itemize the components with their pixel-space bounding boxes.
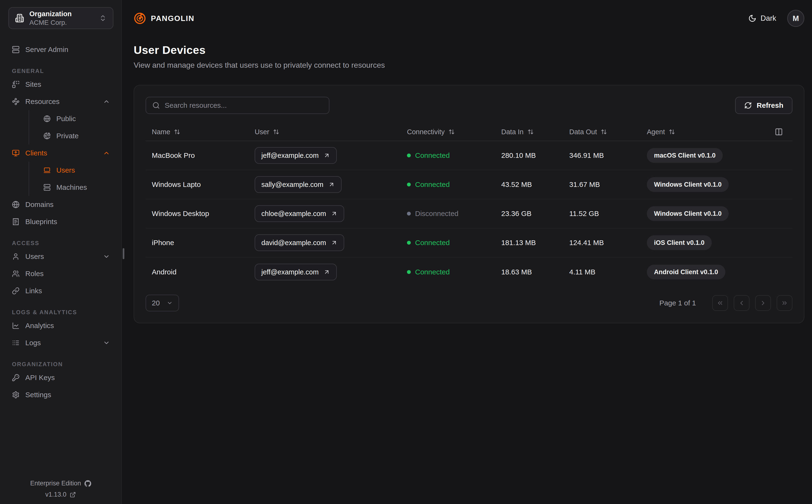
data-out-value: 31.67 MB <box>569 180 647 189</box>
org-selector[interactable]: Organization ACME Corp. <box>8 7 113 29</box>
column-label: Agent <box>647 128 665 136</box>
first-page-button[interactable] <box>712 295 728 311</box>
status-dot <box>407 270 411 274</box>
sidebar-item-analytics[interactable]: Analytics <box>8 317 113 334</box>
version-label: v1.13.0 <box>45 491 67 498</box>
column-header-user[interactable]: User <box>255 128 407 136</box>
sidebar-item-sites[interactable]: Sites <box>8 76 113 93</box>
sort-icon <box>273 129 279 135</box>
sidebar-item-label: Clients <box>25 149 47 157</box>
page-subtitle: View and manage devices that users use t… <box>134 61 804 70</box>
column-header-name[interactable]: Name <box>152 128 255 136</box>
device-name: iPhone <box>152 239 255 247</box>
sidebar-item-roles[interactable]: Roles <box>8 265 113 282</box>
sidebar-item-machines[interactable]: Machines <box>29 179 113 196</box>
sidebar-item-domains[interactable]: Domains <box>8 196 113 213</box>
sort-icon <box>527 129 534 135</box>
sidebar-item-label: Analytics <box>25 322 54 330</box>
device-name: Windows Lapto <box>152 180 255 189</box>
connectivity-status: Connected <box>407 151 501 159</box>
connectivity-status: Connected <box>407 239 501 247</box>
column-header-data-in[interactable]: Data In <box>501 128 569 136</box>
pagination-bar: 20 Page 1 of 1 <box>145 295 792 311</box>
search-box <box>145 97 329 114</box>
sidebar-item-label: Logs <box>25 339 41 347</box>
connectivity-status: Disconnected <box>407 210 501 218</box>
sidebar-item-label: Blueprints <box>25 218 57 226</box>
sidebar-item-server-admin[interactable]: Server Admin <box>8 41 113 58</box>
last-page-button[interactable] <box>777 295 792 311</box>
chevron-up-icon <box>103 149 110 157</box>
sidebar-item-private[interactable]: Private <box>29 127 113 144</box>
section-label-general: GENERAL <box>8 68 113 74</box>
user-avatar[interactable]: M <box>787 10 804 27</box>
page-size-select[interactable]: 20 <box>145 295 179 311</box>
key-icon <box>12 374 20 381</box>
sidebar-item-links[interactable]: Links <box>8 282 113 299</box>
arrow-up-right-icon <box>328 181 335 188</box>
clients-sub-list: Users Machines <box>29 162 113 196</box>
sidebar-item-logs[interactable]: Logs <box>8 334 113 351</box>
chevrons-right-icon <box>781 299 788 307</box>
user-icon <box>12 253 20 260</box>
sidebar-item-users-devices[interactable]: Users <box>29 162 113 179</box>
devices-card: Refresh Name User Connectivity <box>134 85 804 323</box>
sidebar-item-api-keys[interactable]: API Keys <box>8 369 113 386</box>
sidebar-item-public[interactable]: Public <box>29 110 113 127</box>
sidebar-scrollbar-thumb[interactable] <box>123 248 124 259</box>
refresh-icon <box>744 102 752 109</box>
user-link-button[interactable]: sally@example.com <box>255 176 342 193</box>
next-page-button[interactable] <box>755 295 771 311</box>
column-header-data-out[interactable]: Data Out <box>569 128 647 136</box>
agent-badge: Windows Client v0.1.0 <box>647 177 729 192</box>
theme-label: Dark <box>761 14 776 23</box>
column-header-agent[interactable]: Agent <box>647 128 792 136</box>
pagination-controls: Page 1 of 1 <box>660 295 792 311</box>
section-label-organization: ORGANIZATION <box>8 361 113 368</box>
sidebar-item-clients[interactable]: Clients <box>8 144 113 162</box>
user-email: chloe@example.com <box>261 210 326 218</box>
user-link-button[interactable]: jeff@example.com <box>255 264 337 280</box>
server-icon <box>12 46 20 53</box>
version-link[interactable]: v1.13.0 <box>45 491 76 498</box>
edition-link[interactable]: Enterprise Edition <box>30 480 91 487</box>
data-out-value: 11.52 GB <box>569 210 647 218</box>
table-row: Android jeff@example.com Connected 18.63… <box>145 257 792 287</box>
refresh-label: Refresh <box>757 101 783 109</box>
sort-icon <box>174 129 180 135</box>
section-label-logs-analytics: LOGS & ANALYTICS <box>8 309 113 316</box>
column-header-connectivity[interactable]: Connectivity <box>407 128 501 136</box>
sidebar-item-label: Domains <box>25 201 53 209</box>
sidebar-item-label: Private <box>56 132 78 140</box>
topbar: PANGOLIN Dark M <box>134 10 804 27</box>
chevron-right-icon <box>760 299 767 307</box>
sidebar-item-label: Sites <box>25 80 41 88</box>
theme-toggle[interactable]: Dark <box>748 14 776 23</box>
card-toolbar: Refresh <box>145 97 792 114</box>
page-info: Page 1 of 1 <box>660 299 696 307</box>
sidebar-item-resources[interactable]: Resources <box>8 93 113 110</box>
device-name: Android <box>152 268 255 276</box>
connectivity-status: Connected <box>407 268 501 276</box>
table-header-row: Name User Connectivity Data In <box>145 123 792 141</box>
column-label: Connectivity <box>407 128 445 136</box>
sidebar-item-label: Links <box>25 287 42 295</box>
arrow-up-right-icon <box>323 269 330 275</box>
refresh-button[interactable]: Refresh <box>735 97 792 114</box>
chevron-down-icon <box>166 300 173 306</box>
user-link-button[interactable]: jeff@example.com <box>255 147 337 164</box>
user-link-button[interactable]: david@example.com <box>255 234 344 251</box>
columns-toggle-icon[interactable] <box>775 128 783 136</box>
prev-page-button[interactable] <box>734 295 750 311</box>
sidebar-item-settings[interactable]: Settings <box>8 386 113 403</box>
chevron-down-icon <box>103 339 110 346</box>
waypoints-icon <box>12 98 20 105</box>
data-in-value: 280.10 MB <box>501 151 569 159</box>
org-selector-label: Organization <box>29 10 72 18</box>
chevron-up-icon <box>103 98 110 105</box>
status-dot <box>407 154 411 157</box>
sidebar-item-users[interactable]: Users <box>8 248 113 265</box>
user-link-button[interactable]: chloe@example.com <box>255 205 344 222</box>
search-input[interactable] <box>165 101 323 109</box>
sidebar-item-blueprints[interactable]: Blueprints <box>8 213 113 230</box>
